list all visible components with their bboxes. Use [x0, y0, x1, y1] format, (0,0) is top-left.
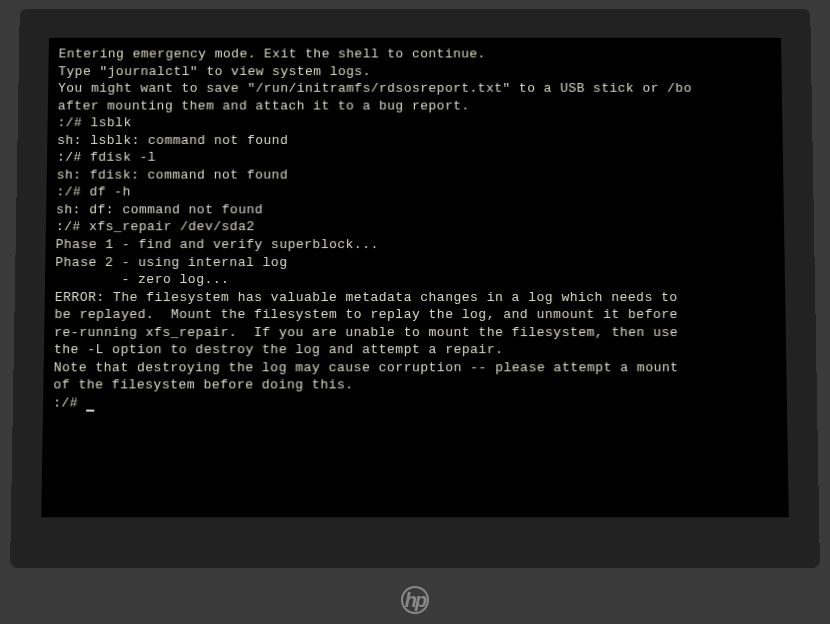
terminal-line: Phase 2 - using internal log: [55, 254, 775, 272]
terminal-prompt-line: :/#: [53, 394, 777, 412]
terminal-line: sh: fdisk: command not found: [57, 167, 774, 184]
terminal-line: Phase 1 - find and verify superblock...: [55, 236, 774, 253]
terminal-line: You might want to save "/run/initramfs/r…: [58, 80, 772, 97]
cursor-icon: [86, 410, 94, 412]
terminal-line: of the filesystem before doing this.: [53, 377, 776, 395]
terminal-line: sh: df: command not found: [56, 201, 774, 218]
terminal-line: re-running xfs_repair. If you are unable…: [54, 324, 776, 342]
terminal-prompt: :/#: [53, 395, 87, 410]
monitor-frame: Entering emergency mode. Exit the shell …: [10, 9, 820, 569]
terminal-line: Type "journalctl" to view system logs.: [58, 63, 772, 80]
terminal-line: - zero log...: [55, 271, 775, 289]
terminal-line: :/# lsblk: [57, 115, 772, 132]
hp-logo: hp: [401, 586, 429, 614]
terminal-line: Entering emergency mode. Exit the shell …: [58, 46, 771, 63]
terminal-line: sh: lsblk: command not found: [57, 132, 773, 149]
terminal-line: :/# fdisk -l: [57, 149, 773, 166]
terminal-line: be replayed. Mount the filesystem to rep…: [54, 306, 775, 324]
terminal-line: :/# xfs_repair /dev/sda2: [56, 219, 774, 236]
terminal-line: Note that destroying the log may cause c…: [54, 359, 777, 377]
terminal-screen[interactable]: Entering emergency mode. Exit the shell …: [41, 38, 789, 517]
terminal-line: :/# df -h: [56, 184, 773, 201]
terminal-line: the -L option to destroy the log and att…: [54, 341, 776, 359]
terminal-line: after mounting them and attach it to a b…: [58, 97, 773, 114]
terminal-line: ERROR: The filesystem has valuable metad…: [55, 289, 776, 307]
hp-logo-icon: hp: [401, 586, 429, 614]
